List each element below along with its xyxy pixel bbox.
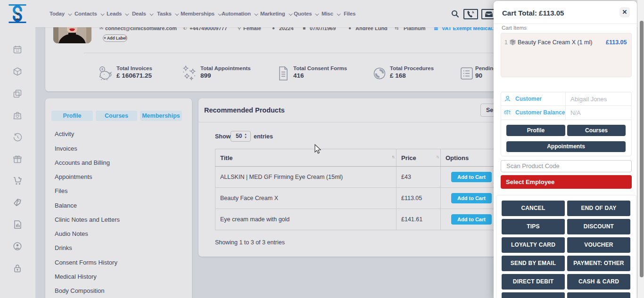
svg-text:12: 12 (16, 49, 19, 52)
